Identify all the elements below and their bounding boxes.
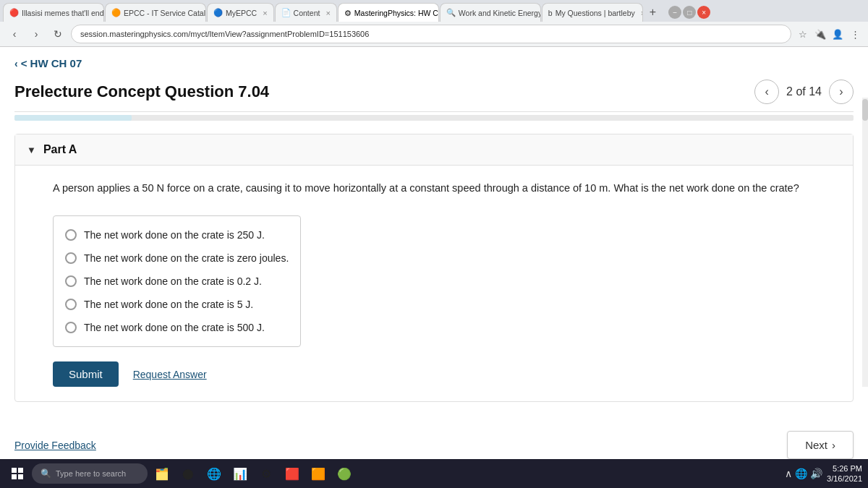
question-header: Prelecture Concept Question 7.04 ‹ 2 of … [14, 74, 854, 112]
taskbar-app2-icon[interactable]: 🟧 [307, 462, 330, 485]
choices-box: The net work done on the crate is 250 J.… [53, 215, 301, 347]
tab-2-favicon: 🟠 [111, 8, 121, 17]
reload-button[interactable]: ↻ [49, 25, 67, 43]
tab-7[interactable]: b My Questions | bartleby × [542, 3, 643, 22]
svg-rect-0 [12, 468, 17, 473]
tab-6-favicon: 🔍 [446, 8, 456, 17]
tab-3-label: MyEPCC [226, 9, 257, 17]
choice-label-2: The net work done on the crate is zero j… [84, 252, 289, 264]
tab-4-favicon: 📄 [281, 8, 291, 17]
question-body: A person applies a 50 N force on a crate… [15, 166, 853, 204]
profile-icon[interactable]: 👤 [830, 27, 845, 41]
browser-actions: ☆ 🔌 👤 ⋮ [796, 27, 862, 41]
taskbar-app3-icon[interactable]: 🟢 [333, 462, 356, 485]
choice-item-5[interactable]: The net work done on the crate is 500 J. [65, 316, 289, 339]
submit-button[interactable]: Submit [53, 361, 119, 387]
browser-chrome: 🔴 Illasisi memes that'll endanger... × 🟠… [0, 0, 868, 47]
choice-item-2[interactable]: The net work done on the crate is zero j… [65, 247, 289, 270]
taskbar-sys-icons: ∧ 🌐 🔊 [785, 468, 822, 479]
new-tab-button[interactable]: + [644, 4, 662, 20]
tab-4-close[interactable]: × [326, 9, 330, 17]
taskbar-app1-icon[interactable]: 🟥 [281, 462, 304, 485]
bottom-bar: Provide Feedback Next › [0, 431, 868, 459]
page-title: Prelecture Concept Question 7.04 [14, 82, 269, 101]
choice-radio-5[interactable] [65, 322, 77, 333]
choice-item-4[interactable]: The net work done on the crate is 5 J. [65, 293, 289, 316]
window-controls: − □ × [668, 6, 710, 19]
maximize-button[interactable]: □ [683, 6, 696, 19]
extension-icon[interactable]: 🔌 [813, 27, 827, 41]
taskbar-volume-icon[interactable]: 🔊 [810, 468, 822, 479]
menu-icon[interactable]: ⋮ [848, 27, 862, 41]
tab-6[interactable]: 🔍 Work and Kinetic Energy Flashc... × [440, 3, 541, 22]
scroll-thumb[interactable] [862, 99, 868, 121]
back-button[interactable]: ‹ [6, 25, 23, 43]
back-nav[interactable]: ‹ < HW CH 07 [14, 47, 854, 74]
request-answer-button[interactable]: Request Answer [133, 369, 207, 380]
taskbar-edge-icon[interactable]: 🌐 [203, 462, 226, 485]
provide-feedback-button[interactable]: Provide Feedback [14, 440, 96, 451]
taskbar-search-icon: 🔍 [41, 468, 51, 479]
taskbar-excel-icon[interactable]: 📊 [229, 462, 252, 485]
tab-2-label: EPCC - IT Service Catalog - Blac... [124, 9, 206, 17]
choice-radio-1[interactable] [65, 229, 77, 241]
next-button[interactable]: Next › [787, 431, 854, 459]
collapse-icon: ▼ [27, 145, 36, 155]
taskbar-settings-icon[interactable]: ⚙ [255, 462, 278, 485]
choice-label-1: The net work done on the crate is 250 J. [84, 229, 265, 241]
minimize-button[interactable]: − [668, 6, 681, 19]
taskbar-network-icon[interactable]: 🌐 [795, 468, 807, 479]
tab-1-favicon: 🔴 [9, 8, 19, 17]
taskbar-clock[interactable]: 5:26 PM 3/16/2021 [827, 463, 862, 484]
choice-radio-3[interactable] [65, 275, 77, 287]
tab-5-label: MasteringPhysics: HW CH 07 [354, 9, 439, 17]
tab-4-label: Content [294, 9, 320, 17]
tab-4[interactable]: 📄 Content × [275, 3, 337, 22]
tab-3-favicon: 🔵 [213, 8, 223, 17]
tab-2[interactable]: 🟠 EPCC - IT Service Catalog - Blac... × [105, 3, 206, 22]
tab-3[interactable]: 🔵 MyEPCC × [207, 3, 274, 22]
taskbar-chrome-icon[interactable]: ⬤ [176, 462, 200, 485]
action-row: Submit Request Answer [15, 347, 853, 401]
choice-item-1[interactable]: The net work done on the crate is 250 J. [65, 223, 289, 247]
forward-button[interactable]: › [27, 25, 45, 43]
part-a-header[interactable]: ▼ Part A [15, 134, 853, 166]
taskbar: 🔍 🗂️ ⬤ 🌐 📊 ⚙ 🟥 🟧 🟢 ∧ 🌐 🔊 5:26 PM 3/16/20… [0, 459, 868, 488]
tab-1-label: Illasisi memes that'll endanger... [22, 9, 104, 17]
tab-7-favicon: b [548, 9, 553, 17]
address-bar-row: ‹ › ↻ session.masteringphysics.com/myct/… [0, 22, 868, 46]
taskbar-date-display: 3/16/2021 [827, 474, 862, 484]
taskbar-right: ∧ 🌐 🔊 5:26 PM 3/16/2021 [785, 463, 862, 484]
tab-5-favicon: ⚙ [344, 9, 352, 17]
choice-label-5: The net work done on the crate is 500 J. [84, 322, 265, 333]
svg-rect-1 [18, 468, 23, 473]
taskbar-search-box[interactable]: 🔍 [32, 463, 148, 484]
address-box[interactable]: session.masteringphysics.com/myct/ItemVi… [71, 25, 791, 43]
tab-3-close[interactable]: × [263, 9, 267, 17]
taskbar-up-icon[interactable]: ∧ [785, 468, 792, 479]
next-question-button[interactable]: › [829, 80, 854, 104]
choice-radio-2[interactable] [65, 252, 77, 264]
tab-1[interactable]: 🔴 Illasisi memes that'll endanger... × [3, 3, 104, 22]
back-chevron-icon: ‹ [14, 58, 18, 69]
prev-question-button[interactable]: ‹ [754, 80, 779, 104]
next-arrow-icon: › [832, 439, 835, 451]
choice-label-4: The net work done on the crate is 5 J. [84, 299, 253, 310]
part-a-label: Part A [43, 143, 77, 156]
page-content: ‹ < HW CH 07 Prelecture Concept Question… [0, 47, 868, 402]
bookmark-icon[interactable]: ☆ [796, 27, 810, 41]
close-button[interactable]: × [697, 6, 710, 19]
taskbar-search-input[interactable] [56, 469, 142, 478]
tab-7-close[interactable]: × [641, 9, 643, 17]
taskbar-time-display: 5:26 PM [827, 463, 862, 474]
pagination: ‹ 2 of 14 › [754, 80, 854, 104]
tab-5-active[interactable]: ⚙ MasteringPhysics: HW CH 07 × [338, 3, 439, 22]
choice-radio-4[interactable] [65, 299, 77, 310]
svg-rect-2 [12, 474, 17, 479]
next-label: Next [805, 439, 827, 451]
choice-item-3[interactable]: The net work done on the crate is 0.2 J. [65, 270, 289, 293]
tab-6-label: Work and Kinetic Energy Flashc... [459, 9, 541, 17]
taskbar-explorer-icon[interactable]: 🗂️ [150, 462, 174, 485]
scrollbar[interactable] [862, 98, 868, 387]
start-button[interactable] [6, 462, 29, 485]
